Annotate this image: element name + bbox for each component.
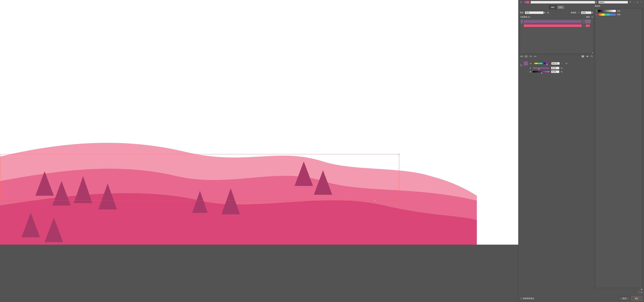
canvas-area[interactable] xyxy=(0,0,518,302)
map-arrow-icon: → xyxy=(583,20,585,23)
add-icon[interactable] xyxy=(534,55,537,58)
columns-icon[interactable] xyxy=(581,55,584,58)
svg-rect-23 xyxy=(582,55,583,57)
hsb-swatch[interactable] xyxy=(524,61,528,66)
trash-icon xyxy=(640,1,642,4)
group-name-input[interactable] xyxy=(598,1,628,4)
drag-grip-icon[interactable] xyxy=(521,20,522,23)
recolor-checkbox-label: 图稿重新着色 xyxy=(523,297,534,300)
bri-label: B xyxy=(529,71,531,73)
svg-rect-17 xyxy=(525,56,528,57)
svg-rect-18 xyxy=(525,57,528,57)
hue-input[interactable] xyxy=(551,62,560,65)
list-icon[interactable] xyxy=(547,12,549,14)
active-color-swatch[interactable] xyxy=(520,1,522,4)
color-count-dropdown[interactable]: 自动 xyxy=(581,11,594,14)
color-pair-swatch[interactable] xyxy=(524,1,529,4)
svg-rect-24 xyxy=(583,55,584,57)
new-label: 新建 xyxy=(586,16,590,18)
svg-rect-14 xyxy=(521,56,522,57)
svg-rect-10 xyxy=(547,12,549,12)
recolor-checkbox[interactable]: ✓ 图稿重新着色 xyxy=(520,297,534,300)
group-label: 明亮 xyxy=(617,14,620,16)
target-color-swatch[interactable] xyxy=(586,24,590,27)
map-arrow-icon: → xyxy=(583,25,585,27)
svg-marker-26 xyxy=(586,56,586,57)
magnify-icon[interactable] xyxy=(590,55,594,58)
cancel-button[interactable]: 取消 xyxy=(619,296,630,300)
svg-rect-15 xyxy=(522,56,523,57)
svg-rect-11 xyxy=(547,13,549,13)
checkmark-icon: ✓ xyxy=(520,298,522,299)
svg-marker-27 xyxy=(588,56,589,57)
menu-icon[interactable] xyxy=(591,16,594,18)
brightness-slider[interactable] xyxy=(533,71,550,73)
none-label: 无 xyxy=(641,288,642,290)
color-count-label: 颜色数: xyxy=(571,12,577,14)
color-mapping-list: → → xyxy=(520,19,594,54)
unlink-icon[interactable] xyxy=(529,55,532,58)
svg-point-28 xyxy=(591,55,592,57)
target-color-swatch[interactable] xyxy=(586,20,590,23)
link-icon[interactable] xyxy=(578,12,580,14)
group-swatch-strip xyxy=(598,10,616,12)
svg-rect-22 xyxy=(582,55,582,57)
folder-icon xyxy=(636,1,639,4)
eyedropper-icon[interactable] xyxy=(629,1,632,4)
arrange-v-icon[interactable] xyxy=(524,55,528,58)
svg-rect-25 xyxy=(587,56,588,57)
color-groups-list: 灰色 明亮 xyxy=(595,8,642,288)
cube-icon[interactable] xyxy=(520,64,522,67)
sat-input[interactable] xyxy=(551,67,560,70)
expand-h-icon[interactable] xyxy=(586,55,589,58)
svg-rect-21 xyxy=(534,56,536,57)
svg-rect-16 xyxy=(525,55,528,56)
tab-assign[interactable]: 指定 xyxy=(557,5,564,9)
bri-unit: % xyxy=(561,71,562,73)
position-grid-icon[interactable] xyxy=(638,291,641,294)
ok-button[interactable]: 确定 xyxy=(631,296,642,300)
expand-icon[interactable] xyxy=(596,14,597,15)
color-row[interactable]: → xyxy=(520,24,591,28)
tab-edit[interactable]: 编辑 xyxy=(549,5,557,9)
source-color-bar[interactable] xyxy=(524,24,582,27)
expand-icon[interactable] xyxy=(596,11,597,12)
dropdown-arrow-icon[interactable] xyxy=(641,292,642,293)
svg-rect-13 xyxy=(520,56,521,57)
source-color-bar[interactable] xyxy=(524,20,582,23)
bri-input[interactable] xyxy=(551,70,560,73)
svg-line-29 xyxy=(592,57,593,57)
slider-menu-icon[interactable] xyxy=(565,62,568,65)
hue-slider[interactable] xyxy=(533,63,550,64)
preset-long-input[interactable] xyxy=(530,1,597,4)
scroll-down-icon[interactable] xyxy=(592,53,593,54)
saturation-slider[interactable] xyxy=(533,67,550,69)
preset-dropdown[interactable]: 自定 xyxy=(525,11,546,14)
group-label: 灰色 xyxy=(617,10,620,12)
sat-unit: % xyxy=(561,67,562,69)
color-group-row[interactable]: 灰色 xyxy=(596,9,641,13)
group-swatch-strip xyxy=(598,13,616,16)
hue-label: H xyxy=(530,62,532,65)
artboard xyxy=(0,0,518,245)
recolor-panel: 编辑 指定 预设: 自定 颜色数: 自动 xyxy=(518,0,644,302)
sat-label: S xyxy=(529,67,531,69)
hue-unit: ° xyxy=(561,62,562,65)
mode-tabs: 编辑 指定 xyxy=(520,5,594,11)
artwork-hills xyxy=(0,127,477,245)
color-row[interactable]: → xyxy=(520,20,591,24)
download-icon xyxy=(633,1,635,4)
color-groups-header: 颜色组 xyxy=(595,5,642,8)
current-colors-label: 当前颜色 (2) xyxy=(520,16,530,18)
preset-label: 预设: xyxy=(520,12,524,14)
svg-rect-12 xyxy=(547,13,549,13)
arrange-h-icon[interactable] xyxy=(520,55,523,58)
color-group-row[interactable]: 明亮 xyxy=(596,13,641,17)
